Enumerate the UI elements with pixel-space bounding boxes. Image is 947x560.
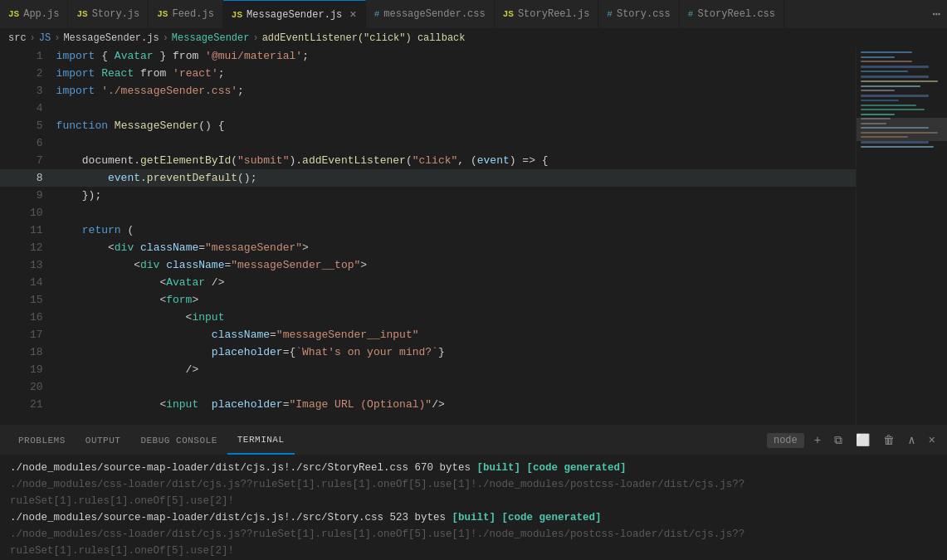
tab-label: Story.js [92,8,140,20]
tab-label: StoryReel.js [518,8,589,20]
table-row: 19 /> [0,361,856,378]
line-content: /> [56,361,856,378]
table-row: 21 <input placeholder="Image URL (Option… [0,396,856,413]
line-number: 7 [0,152,56,169]
tab-storyreel-css[interactable]: # StoryReel.css [680,0,784,29]
line-number: 12 [0,239,56,256]
line-content: <input placeholder="Image URL (Optional)… [56,396,856,413]
tab-label: MessageSender.js [247,9,342,21]
line-number: 13 [0,256,56,274]
breadcrumb: src › JS › MessageSender.js › MessageSen… [0,29,947,47]
tab-storyreel-js[interactable]: JS StoryReel.js [495,0,599,29]
panel-tabs: PROBLEMS OUTPUT DEBUG CONSOLE TERMINAL n… [0,426,947,455]
table-row: 17 className="messageSender__input" [0,326,856,343]
tab-label: messageSender.css [383,8,485,20]
line-content: className="messageSender__input" [56,326,856,343]
chevron-up-icon[interactable]: ∧ [905,431,918,449]
close-icon[interactable]: × [349,9,356,21]
table-row: 14 <Avatar /> [0,274,856,291]
line-number: 19 [0,361,56,378]
tab-problems[interactable]: PROBLEMS [8,426,76,455]
line-content: <input [56,309,856,326]
line-content [56,204,856,222]
breadcrumb-src: src [8,32,27,44]
tab-feed-js[interactable]: JS Feed.js [149,0,223,29]
tab-story-js[interactable]: JS Story.js [68,0,149,29]
line-content: event.preventDefault(); [56,169,856,187]
line-number: 14 [0,274,56,291]
bottom-panel: PROBLEMS OUTPUT DEBUG CONSOLE TERMINAL n… [0,425,947,560]
line-number: 6 [0,134,56,152]
table-row: 1 import { Avatar } from '@mui/material'… [0,47,856,65]
line-number: 21 [0,396,56,413]
line-content [56,134,856,152]
code-table: 1 import { Avatar } from '@mui/material'… [0,47,856,413]
table-row: 4 [0,100,856,117]
breadcrumb-js: JS [39,32,51,44]
split-terminal-button[interactable]: ⧉ [831,432,846,449]
line-number: 1 [0,47,56,65]
table-row: 11 return ( [0,222,856,239]
tab-story-css[interactable]: # Story.css [598,0,679,29]
add-terminal-button[interactable]: + [811,432,824,449]
tab-messagesender-js[interactable]: JS MessageSender.js × [223,0,366,29]
table-row: 12 <div className="messageSender"> [0,239,856,256]
table-row: 16 <input [0,309,856,326]
js-icon: JS [157,9,168,19]
tab-label: Story.css [617,8,671,20]
tab-overflow-button[interactable]: ⋯ [925,0,947,28]
terminal-line: ./node_modules/source-map-loader/dist/cj… [10,509,937,526]
line-content: <Avatar /> [56,274,856,291]
tab-debug-console[interactable]: DEBUG CONSOLE [130,426,227,455]
tab-app-js[interactable]: JS App.js [0,0,68,29]
trash-icon[interactable]: 🗑 [880,432,898,449]
line-content: import { Avatar } from '@mui/material'; [56,47,856,65]
table-row: 2 import React from 'react'; [0,65,856,82]
terminal-content[interactable]: ./node_modules/source-map-loader/dist/cj… [0,455,947,560]
line-number: 16 [0,309,56,326]
line-number: 4 [0,100,56,117]
line-number: 20 [0,378,56,396]
line-content: import React from 'react'; [56,65,856,82]
maximize-panel-button[interactable]: ⬜ [852,431,873,449]
table-row: 7 document.getElementById("submit").addE… [0,152,856,169]
terminal-line: ./node_modules/css-loader/dist/cjs.js??r… [10,476,937,509]
line-content: import './messageSender.css'; [56,82,856,100]
tab-bar: JS App.js JS Story.js JS Feed.js JS Mess… [0,0,947,29]
table-row: 15 <form> [0,291,856,309]
node-label: node [767,433,804,448]
line-content: function MessageSender() { [56,117,856,134]
table-row: 8 event.preventDefault(); [0,169,856,187]
tab-label: Feed.js [172,8,213,20]
line-content [56,378,856,396]
line-content [56,100,856,117]
line-number: 3 [0,82,56,100]
js-icon: JS [8,9,19,19]
breadcrumb-file: MessageSender.js [63,32,159,44]
code-editor[interactable]: 1 import { Avatar } from '@mui/material'… [0,47,856,425]
minimap[interactable] [856,47,947,425]
line-number: 9 [0,187,56,204]
minimap-highlight [857,118,947,141]
tab-output[interactable]: OUTPUT [76,426,131,455]
hash-icon: # [607,9,613,19]
tab-label: App.js [23,8,59,20]
line-content: return ( [56,222,856,239]
table-row: 13 <div className="messageSender__top"> [0,256,856,274]
js-icon: JS [232,10,242,20]
table-row: 20 [0,378,856,396]
tab-terminal[interactable]: TERMINAL [227,426,295,455]
tab-messagesender-css[interactable]: # messageSender.css [366,0,495,29]
terminal-line: ./node_modules/css-loader/dist/cjs.js??r… [10,526,937,559]
panel-tab-actions: node + ⧉ ⬜ 🗑 ∧ × [767,431,939,449]
hash-icon: # [688,9,694,19]
table-row: 10 [0,204,856,222]
line-content: <form> [56,291,856,309]
editor-container: 1 import { Avatar } from '@mui/material'… [0,47,947,425]
minimap-content [857,47,947,425]
line-number: 5 [0,117,56,134]
table-row: 5 function MessageSender() { [0,117,856,134]
close-panel-button[interactable]: × [925,432,939,449]
line-content: }); [56,187,856,204]
table-row: 18 placeholder={`What's on your mind?`} [0,343,856,361]
